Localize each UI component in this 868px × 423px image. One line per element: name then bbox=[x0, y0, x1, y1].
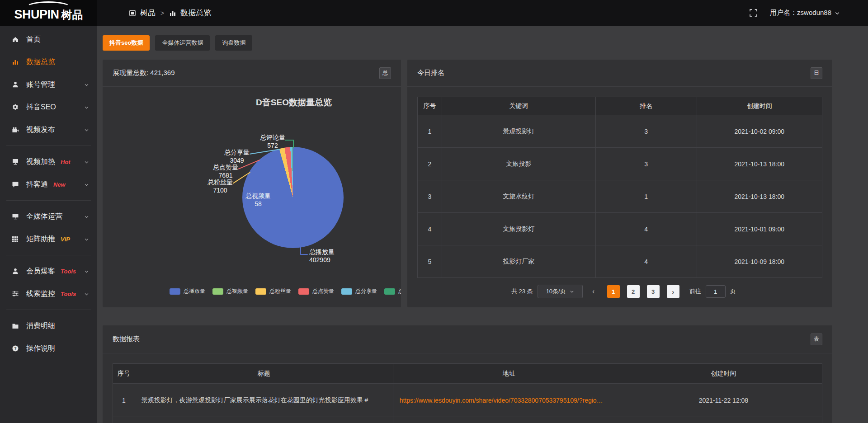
pagination: 共 23 条 10条/页 ‹ 1 2 3 › 前往 页 bbox=[511, 285, 832, 298]
breadcrumb-current: 数据总览 bbox=[180, 8, 211, 18]
page-size-select[interactable]: 10条/页 bbox=[538, 285, 583, 298]
legend-swatch bbox=[212, 288, 223, 295]
legend-item[interactable]: 总评论量 bbox=[384, 287, 401, 295]
legend-swatch bbox=[298, 288, 309, 295]
legend-item[interactable]: 总粉丝量 bbox=[255, 287, 291, 295]
table-header-row: 序号 关键词 排名 创建时间 bbox=[418, 97, 822, 115]
legend-label: 总分享量 bbox=[355, 287, 377, 295]
video-url-link[interactable]: https://www.iesdouyin.com/share/video/70… bbox=[393, 384, 625, 417]
legend-item[interactable]: 总视频量 bbox=[212, 287, 248, 295]
col-header-created: 创建时间 bbox=[697, 97, 822, 115]
legend-swatch bbox=[341, 288, 352, 295]
pie-label-shares: 总分享量3049 bbox=[224, 148, 250, 164]
col-header-title: 标题 bbox=[135, 364, 393, 384]
chevron-down-icon bbox=[84, 182, 89, 187]
data-report-panel: 数据报表 表 序号 标题 地址 创建时间 1 景观投影灯，夜游景观投影灯厂家展示… bbox=[103, 325, 832, 423]
legend-item[interactable]: 总播放量 bbox=[170, 287, 205, 295]
screen-icon bbox=[12, 158, 19, 165]
sidebar-item-label: 消费明细 bbox=[26, 321, 55, 331]
sliders-icon bbox=[12, 290, 19, 297]
chevron-down-icon bbox=[570, 289, 574, 294]
sidebar-item-label: 会员爆客 bbox=[26, 267, 55, 276]
day-toggle-button[interactable]: 日 bbox=[811, 67, 822, 79]
goto-label: 前往 bbox=[689, 287, 701, 296]
leader-line bbox=[300, 254, 308, 255]
logo-arc bbox=[26, 1, 71, 13]
chevron-down-icon bbox=[84, 269, 89, 274]
page-button-2[interactable]: 2 bbox=[627, 285, 640, 298]
tab-inquiry-data[interactable]: 询盘数据 bbox=[215, 35, 252, 51]
fullscreen-icon[interactable] bbox=[750, 9, 757, 17]
report-panel-title: 数据报表 bbox=[113, 335, 140, 343]
today-ranking-panel: 今日排名 日 序号 关键词 排名 创建时间 1景观投影灯32021-10-02 … bbox=[407, 60, 832, 307]
gear-icon bbox=[12, 103, 19, 111]
sidebar-item-label: 全媒体运营 bbox=[26, 212, 62, 221]
tools-badge: Tools bbox=[61, 291, 76, 297]
bar-chart-icon bbox=[169, 9, 176, 17]
sidebar-item-doukutong[interactable]: 抖客通 New bbox=[0, 173, 97, 196]
table-row-partial bbox=[113, 417, 822, 423]
total-count-label: 共 23 条 bbox=[511, 287, 533, 296]
monitor-icon bbox=[12, 213, 19, 220]
app-logo[interactable]: SHUPIN 树品 bbox=[14, 4, 83, 22]
hot-badge: Hot bbox=[61, 159, 71, 165]
sidebar-item-consumption[interactable]: 消费明细 bbox=[0, 315, 97, 337]
page-unit-label: 页 bbox=[730, 287, 736, 296]
sidebar-item-media-operation[interactable]: 全媒体运营 bbox=[0, 205, 97, 228]
sidebar-item-video-publish[interactable]: 视频发布 bbox=[0, 118, 97, 141]
leader-line bbox=[285, 140, 294, 141]
chevron-down-icon bbox=[84, 82, 89, 87]
chart-bars-icon bbox=[12, 58, 19, 66]
sidebar-item-help[interactable]: ? 操作说明 bbox=[0, 337, 97, 360]
breadcrumb-root[interactable]: 树品 bbox=[140, 8, 156, 18]
sidebar-item-video-heat[interactable]: 视频加热 Hot bbox=[0, 150, 97, 173]
sidebar-item-lead-monitor[interactable]: 线索监控 Tools bbox=[0, 282, 97, 305]
sidebar-item-data-overview[interactable]: 数据总览 bbox=[0, 51, 97, 73]
topbar: SHUPIN 树品 树品 > 数据总览 用户名：zswodun88 bbox=[0, 0, 868, 26]
chevron-down-icon bbox=[84, 237, 89, 242]
impressions-total-label: 展现量总数: 421,369 bbox=[113, 69, 175, 77]
goto-page-input[interactable] bbox=[706, 285, 726, 298]
sidebar-divider bbox=[6, 200, 91, 201]
table-toggle-button[interactable]: 表 bbox=[811, 334, 822, 345]
table-row[interactable]: 3文旅水纹灯12021-10-13 18:00 bbox=[418, 180, 822, 213]
legend-label: 总粉丝量 bbox=[269, 287, 291, 295]
sidebar-item-label: 数据总览 bbox=[26, 57, 55, 67]
report-table: 序号 标题 地址 创建时间 1 景观投影灯，夜游景观投影灯厂家展示展示落花灯在花… bbox=[113, 363, 822, 423]
tab-media-operation-data[interactable]: 全媒体运营数据 bbox=[155, 35, 210, 51]
table-row[interactable]: 5投影灯厂家42021-10-09 18:00 bbox=[418, 245, 822, 278]
total-toggle-button[interactable]: 总 bbox=[379, 67, 391, 79]
legend-item[interactable]: 总分享量 bbox=[341, 287, 377, 295]
sidebar-item-douyin-seo[interactable]: 抖音SEO bbox=[0, 96, 97, 118]
col-header-keyword: 关键词 bbox=[442, 97, 595, 115]
username-label: 用户名：zswodun88 bbox=[770, 9, 831, 17]
page-button-1[interactable]: 1 bbox=[607, 285, 620, 298]
sidebar-item-matrix-boost[interactable]: 矩阵助推 VIP bbox=[0, 228, 97, 250]
sidebar-item-label: 首页 bbox=[26, 35, 41, 44]
sidebar-item-account[interactable]: 账号管理 bbox=[0, 73, 97, 96]
sidebar-item-home[interactable]: 首页 bbox=[0, 28, 97, 51]
chevron-down-icon bbox=[84, 160, 89, 164]
app-square-icon bbox=[129, 9, 136, 17]
sidebar-item-member-burst[interactable]: 会员爆客 Tools bbox=[0, 260, 97, 282]
vip-badge: VIP bbox=[61, 236, 70, 243]
legend-label: 总视频量 bbox=[226, 287, 248, 295]
legend-item[interactable]: 总点赞量 bbox=[298, 287, 334, 295]
user-menu[interactable]: 用户名：zswodun88 bbox=[770, 9, 840, 17]
table-row[interactable]: 2文旅投影32021-10-13 18:00 bbox=[418, 148, 822, 180]
table-row[interactable]: 4文旅投影灯42021-10-01 09:00 bbox=[418, 213, 822, 245]
sidebar-divider bbox=[6, 310, 91, 310]
table-row[interactable]: 1 景观投影灯，夜游景观投影灯厂家展示展示落花灯在花园里的灯光投影应用效果 # … bbox=[113, 384, 822, 417]
breadcrumb-separator: > bbox=[160, 9, 164, 17]
new-badge: New bbox=[53, 181, 66, 188]
sidebar-item-label: 视频加热 bbox=[26, 157, 55, 167]
tools-badge: Tools bbox=[61, 268, 76, 275]
tab-douyin-seo-data[interactable]: 抖音seo数据 bbox=[103, 35, 150, 51]
table-row[interactable]: 1景观投影灯32021-10-02 09:00 bbox=[418, 115, 822, 148]
question-icon: ? bbox=[12, 345, 19, 352]
page-button-3[interactable]: 3 bbox=[647, 285, 660, 298]
next-page-button[interactable]: › bbox=[667, 285, 679, 298]
prev-page-button[interactable]: ‹ bbox=[587, 285, 600, 298]
ranking-panel-title: 今日排名 bbox=[417, 69, 444, 77]
pie-label-likes: 总点赞量7681 bbox=[213, 163, 238, 179]
